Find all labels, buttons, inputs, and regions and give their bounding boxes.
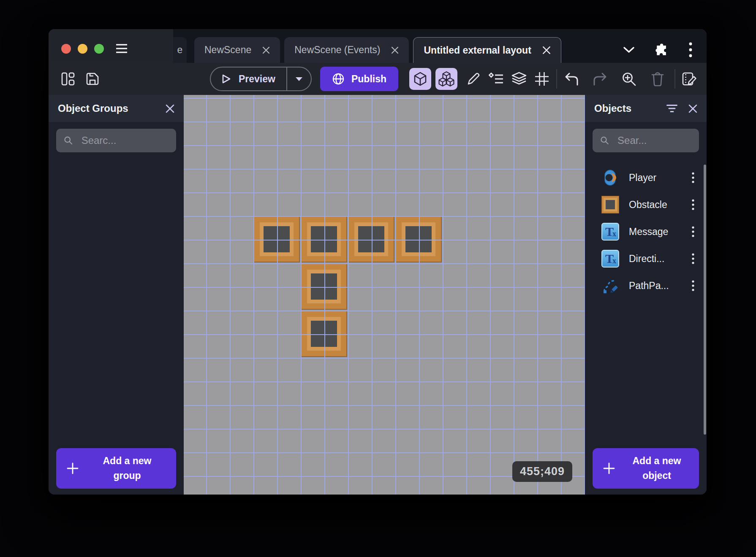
obstacle-instance[interactable] <box>301 216 347 262</box>
object-groups-header: Object Groups <box>49 95 184 122</box>
edit-instances-mode-toggle[interactable] <box>435 68 457 90</box>
tab-label: NewScene (Events) <box>294 44 380 56</box>
traffic-lights <box>61 44 104 54</box>
play-icon <box>222 74 231 84</box>
search-input[interactable] <box>82 135 169 146</box>
add-group-button[interactable]: Add a new group <box>56 448 176 489</box>
add-object-button[interactable]: Add a new object <box>593 448 699 489</box>
zoom-window-button[interactable] <box>94 44 104 54</box>
object-menu-kebab-icon[interactable] <box>685 172 702 183</box>
object-name: Message <box>629 226 685 238</box>
edit-objects-mode-toggle[interactable] <box>409 68 431 90</box>
zoom-in-icon[interactable] <box>620 70 638 88</box>
obstacle-instance[interactable] <box>253 216 300 262</box>
objects-panel: Objects <box>585 95 707 495</box>
add-group-label: Add a new group <box>88 454 172 483</box>
cursor-coordinates-badge: 455;409 <box>512 461 572 482</box>
tab-partial[interactable]: e <box>173 37 187 63</box>
filter-icon[interactable] <box>666 104 677 113</box>
object-row-message[interactable]: Tx Message <box>585 218 707 245</box>
titlebar: e NewScene NewScene (Events) Untitled ex… <box>49 29 707 63</box>
trash-icon[interactable] <box>648 70 667 88</box>
publish-label: Publish <box>351 73 386 85</box>
editor-content: Object Groups Add a new group <box>49 95 707 495</box>
object-name: Player <box>629 172 685 184</box>
text-object-icon: Tx <box>601 222 620 241</box>
player-icon <box>601 168 620 187</box>
object-name: Obstacle <box>629 199 685 211</box>
obstacle-instance[interactable] <box>301 263 347 310</box>
preview-label: Preview <box>239 73 275 85</box>
objects-scrollbar[interactable] <box>704 165 706 435</box>
publish-button[interactable]: Publish <box>320 67 398 91</box>
object-menu-kebab-icon[interactable] <box>685 253 702 264</box>
obstacle-icon <box>601 195 620 214</box>
close-icon[interactable] <box>166 104 174 113</box>
object-menu-kebab-icon[interactable] <box>685 226 702 237</box>
objects-search[interactable] <box>593 129 699 152</box>
obstacle-instance[interactable] <box>395 216 442 262</box>
obstacle-instance[interactable] <box>348 216 394 262</box>
close-icon[interactable] <box>542 46 551 54</box>
tab-newscene-events[interactable]: NewScene (Events) <box>284 37 409 63</box>
tab-newscene[interactable]: NewScene <box>194 37 280 63</box>
objects-header: Objects <box>585 95 707 122</box>
gdevelop-window: e NewScene NewScene (Events) Untitled ex… <box>49 29 707 495</box>
search-icon <box>600 135 609 146</box>
edit-scene-icon[interactable] <box>680 70 699 88</box>
object-name: PathPa... <box>629 280 685 292</box>
toolbar-separator <box>674 69 675 89</box>
object-row-directions[interactable]: Tx Directi... <box>585 245 707 272</box>
toolbar: Preview Publish <box>49 63 707 95</box>
object-groups-title: Object Groups <box>58 103 155 114</box>
obstacle-instance[interactable] <box>301 311 347 357</box>
plus-icon <box>603 462 615 475</box>
object-groups-panel: Object Groups Add a new group <box>49 95 184 495</box>
canvas-grid <box>184 95 585 495</box>
titlebar-right <box>623 29 707 63</box>
object-row-player[interactable]: Player <box>585 164 707 191</box>
object-row-obstacle[interactable]: Obstacle <box>585 191 707 218</box>
save-icon[interactable] <box>83 70 102 88</box>
plus-icon <box>66 462 79 475</box>
toolbar-separator <box>556 69 557 89</box>
object-menu-kebab-icon[interactable] <box>685 280 702 291</box>
close-icon[interactable] <box>391 46 399 54</box>
chevron-down-icon[interactable] <box>623 46 635 53</box>
object-row-pathpaint[interactable]: PathPa... <box>585 272 707 299</box>
tab-untitled-external-layout[interactable]: Untitled external layout <box>413 37 561 63</box>
search-icon <box>64 135 73 146</box>
object-name: Directi... <box>629 253 685 265</box>
tab-label: NewScene <box>204 44 251 56</box>
scene-canvas[interactable]: 455;409 <box>184 95 585 495</box>
add-object-label: Add a new object <box>625 454 695 483</box>
path-icon <box>601 276 620 295</box>
main-menu-icon[interactable] <box>115 43 128 54</box>
extensions-puzzle-icon[interactable] <box>655 43 669 57</box>
objects-title: Objects <box>594 103 655 114</box>
preview-button[interactable]: Preview <box>210 67 312 91</box>
layers-icon[interactable] <box>510 70 528 88</box>
instructions-list-icon[interactable] <box>487 70 506 88</box>
grid-icon[interactable] <box>533 70 551 88</box>
object-menu-kebab-icon[interactable] <box>685 199 702 210</box>
preview-options-dropdown[interactable] <box>287 77 311 81</box>
kebab-menu-icon[interactable] <box>689 42 692 57</box>
redo-icon[interactable] <box>591 70 609 88</box>
close-window-button[interactable] <box>61 44 71 54</box>
search-input[interactable] <box>617 135 691 146</box>
desktop: e NewScene NewScene (Events) Untitled ex… <box>0 0 756 557</box>
edit-pencil-icon[interactable] <box>464 70 483 88</box>
tab-label: Untitled external layout <box>424 45 531 56</box>
minimize-window-button[interactable] <box>78 44 87 54</box>
globe-icon <box>332 73 345 85</box>
open-project-manager-icon[interactable] <box>59 70 77 88</box>
close-icon[interactable] <box>262 46 270 54</box>
objects-list: Player Obstacle <box>585 164 707 299</box>
object-groups-search[interactable] <box>56 129 176 152</box>
text-object-icon: Tx <box>601 249 620 268</box>
window-controls <box>49 29 173 63</box>
undo-icon[interactable] <box>562 70 581 88</box>
close-icon[interactable] <box>688 104 697 113</box>
